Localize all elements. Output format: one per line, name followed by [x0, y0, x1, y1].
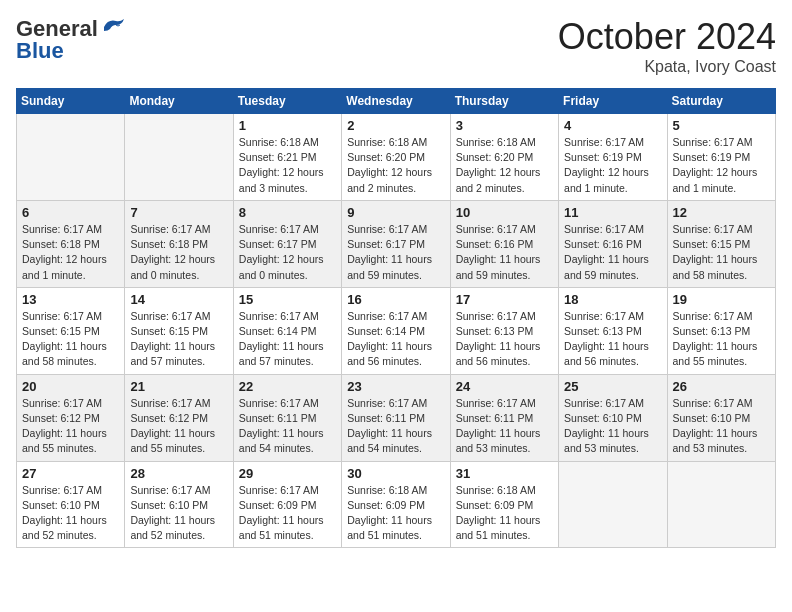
weekday-header: Sunday — [17, 89, 125, 114]
calendar-cell: 28Sunrise: 6:17 AMSunset: 6:10 PMDayligh… — [125, 461, 233, 548]
day-info: Sunrise: 6:18 AMSunset: 6:21 PMDaylight:… — [239, 135, 336, 196]
day-number: 11 — [564, 205, 661, 220]
day-info: Sunrise: 6:17 AMSunset: 6:13 PMDaylight:… — [456, 309, 553, 370]
calendar-table: SundayMondayTuesdayWednesdayThursdayFrid… — [16, 88, 776, 548]
day-info: Sunrise: 6:17 AMSunset: 6:12 PMDaylight:… — [22, 396, 119, 457]
calendar-cell — [559, 461, 667, 548]
day-info: Sunrise: 6:17 AMSunset: 6:10 PMDaylight:… — [22, 483, 119, 544]
calendar-cell: 3Sunrise: 6:18 AMSunset: 6:20 PMDaylight… — [450, 114, 558, 201]
calendar-cell: 29Sunrise: 6:17 AMSunset: 6:09 PMDayligh… — [233, 461, 341, 548]
calendar-cell: 11Sunrise: 6:17 AMSunset: 6:16 PMDayligh… — [559, 200, 667, 287]
day-number: 26 — [673, 379, 770, 394]
day-number: 16 — [347, 292, 444, 307]
day-info: Sunrise: 6:17 AMSunset: 6:11 PMDaylight:… — [239, 396, 336, 457]
day-number: 15 — [239, 292, 336, 307]
calendar-cell: 21Sunrise: 6:17 AMSunset: 6:12 PMDayligh… — [125, 374, 233, 461]
day-info: Sunrise: 6:17 AMSunset: 6:17 PMDaylight:… — [239, 222, 336, 283]
day-info: Sunrise: 6:17 AMSunset: 6:19 PMDaylight:… — [564, 135, 661, 196]
day-number: 14 — [130, 292, 227, 307]
calendar-cell: 18Sunrise: 6:17 AMSunset: 6:13 PMDayligh… — [559, 287, 667, 374]
day-info: Sunrise: 6:17 AMSunset: 6:16 PMDaylight:… — [564, 222, 661, 283]
weekday-header: Thursday — [450, 89, 558, 114]
day-info: Sunrise: 6:17 AMSunset: 6:13 PMDaylight:… — [673, 309, 770, 370]
weekday-header: Friday — [559, 89, 667, 114]
title-block: October 2024 Kpata, Ivory Coast — [558, 16, 776, 76]
calendar-cell: 31Sunrise: 6:18 AMSunset: 6:09 PMDayligh… — [450, 461, 558, 548]
day-number: 6 — [22, 205, 119, 220]
day-info: Sunrise: 6:17 AMSunset: 6:18 PMDaylight:… — [130, 222, 227, 283]
calendar-cell — [125, 114, 233, 201]
day-number: 20 — [22, 379, 119, 394]
day-info: Sunrise: 6:17 AMSunset: 6:10 PMDaylight:… — [564, 396, 661, 457]
calendar-week-row: 6Sunrise: 6:17 AMSunset: 6:18 PMDaylight… — [17, 200, 776, 287]
calendar-cell: 2Sunrise: 6:18 AMSunset: 6:20 PMDaylight… — [342, 114, 450, 201]
calendar-week-row: 27Sunrise: 6:17 AMSunset: 6:10 PMDayligh… — [17, 461, 776, 548]
logo: General Blue — [16, 16, 126, 64]
day-number: 3 — [456, 118, 553, 133]
calendar-cell: 17Sunrise: 6:17 AMSunset: 6:13 PMDayligh… — [450, 287, 558, 374]
location: Kpata, Ivory Coast — [558, 58, 776, 76]
day-info: Sunrise: 6:17 AMSunset: 6:10 PMDaylight:… — [673, 396, 770, 457]
day-number: 8 — [239, 205, 336, 220]
day-number: 2 — [347, 118, 444, 133]
day-number: 18 — [564, 292, 661, 307]
day-info: Sunrise: 6:17 AMSunset: 6:17 PMDaylight:… — [347, 222, 444, 283]
calendar-cell: 1Sunrise: 6:18 AMSunset: 6:21 PMDaylight… — [233, 114, 341, 201]
calendar-cell: 24Sunrise: 6:17 AMSunset: 6:11 PMDayligh… — [450, 374, 558, 461]
day-info: Sunrise: 6:17 AMSunset: 6:19 PMDaylight:… — [673, 135, 770, 196]
day-info: Sunrise: 6:17 AMSunset: 6:18 PMDaylight:… — [22, 222, 119, 283]
day-number: 9 — [347, 205, 444, 220]
weekday-header: Wednesday — [342, 89, 450, 114]
calendar-cell: 10Sunrise: 6:17 AMSunset: 6:16 PMDayligh… — [450, 200, 558, 287]
day-info: Sunrise: 6:17 AMSunset: 6:15 PMDaylight:… — [22, 309, 119, 370]
month-title: October 2024 — [558, 16, 776, 58]
calendar-cell: 4Sunrise: 6:17 AMSunset: 6:19 PMDaylight… — [559, 114, 667, 201]
calendar-cell: 9Sunrise: 6:17 AMSunset: 6:17 PMDaylight… — [342, 200, 450, 287]
page-header: General Blue October 2024 Kpata, Ivory C… — [16, 16, 776, 76]
day-number: 27 — [22, 466, 119, 481]
day-info: Sunrise: 6:18 AMSunset: 6:20 PMDaylight:… — [347, 135, 444, 196]
day-info: Sunrise: 6:17 AMSunset: 6:10 PMDaylight:… — [130, 483, 227, 544]
calendar-cell: 15Sunrise: 6:17 AMSunset: 6:14 PMDayligh… — [233, 287, 341, 374]
day-info: Sunrise: 6:17 AMSunset: 6:09 PMDaylight:… — [239, 483, 336, 544]
day-number: 24 — [456, 379, 553, 394]
calendar-cell: 13Sunrise: 6:17 AMSunset: 6:15 PMDayligh… — [17, 287, 125, 374]
day-info: Sunrise: 6:17 AMSunset: 6:11 PMDaylight:… — [456, 396, 553, 457]
calendar-cell — [667, 461, 775, 548]
logo-bird-icon — [100, 17, 126, 37]
day-info: Sunrise: 6:18 AMSunset: 6:09 PMDaylight:… — [347, 483, 444, 544]
day-number: 1 — [239, 118, 336, 133]
day-number: 22 — [239, 379, 336, 394]
day-number: 19 — [673, 292, 770, 307]
calendar-cell: 16Sunrise: 6:17 AMSunset: 6:14 PMDayligh… — [342, 287, 450, 374]
calendar-week-row: 13Sunrise: 6:17 AMSunset: 6:15 PMDayligh… — [17, 287, 776, 374]
day-info: Sunrise: 6:17 AMSunset: 6:12 PMDaylight:… — [130, 396, 227, 457]
weekday-header: Tuesday — [233, 89, 341, 114]
day-number: 25 — [564, 379, 661, 394]
calendar-cell: 7Sunrise: 6:17 AMSunset: 6:18 PMDaylight… — [125, 200, 233, 287]
calendar-cell: 6Sunrise: 6:17 AMSunset: 6:18 PMDaylight… — [17, 200, 125, 287]
calendar-cell: 8Sunrise: 6:17 AMSunset: 6:17 PMDaylight… — [233, 200, 341, 287]
calendar-cell: 23Sunrise: 6:17 AMSunset: 6:11 PMDayligh… — [342, 374, 450, 461]
day-number: 28 — [130, 466, 227, 481]
day-number: 30 — [347, 466, 444, 481]
calendar-cell: 12Sunrise: 6:17 AMSunset: 6:15 PMDayligh… — [667, 200, 775, 287]
day-number: 4 — [564, 118, 661, 133]
day-number: 31 — [456, 466, 553, 481]
day-info: Sunrise: 6:17 AMSunset: 6:15 PMDaylight:… — [130, 309, 227, 370]
day-number: 13 — [22, 292, 119, 307]
calendar-cell: 14Sunrise: 6:17 AMSunset: 6:15 PMDayligh… — [125, 287, 233, 374]
day-info: Sunrise: 6:17 AMSunset: 6:13 PMDaylight:… — [564, 309, 661, 370]
day-info: Sunrise: 6:17 AMSunset: 6:15 PMDaylight:… — [673, 222, 770, 283]
calendar-cell: 5Sunrise: 6:17 AMSunset: 6:19 PMDaylight… — [667, 114, 775, 201]
calendar-cell — [17, 114, 125, 201]
day-info: Sunrise: 6:17 AMSunset: 6:14 PMDaylight:… — [347, 309, 444, 370]
calendar-cell: 19Sunrise: 6:17 AMSunset: 6:13 PMDayligh… — [667, 287, 775, 374]
day-info: Sunrise: 6:17 AMSunset: 6:14 PMDaylight:… — [239, 309, 336, 370]
calendar-cell: 20Sunrise: 6:17 AMSunset: 6:12 PMDayligh… — [17, 374, 125, 461]
calendar-header-row: SundayMondayTuesdayWednesdayThursdayFrid… — [17, 89, 776, 114]
weekday-header: Monday — [125, 89, 233, 114]
calendar-cell: 27Sunrise: 6:17 AMSunset: 6:10 PMDayligh… — [17, 461, 125, 548]
day-number: 5 — [673, 118, 770, 133]
day-number: 29 — [239, 466, 336, 481]
